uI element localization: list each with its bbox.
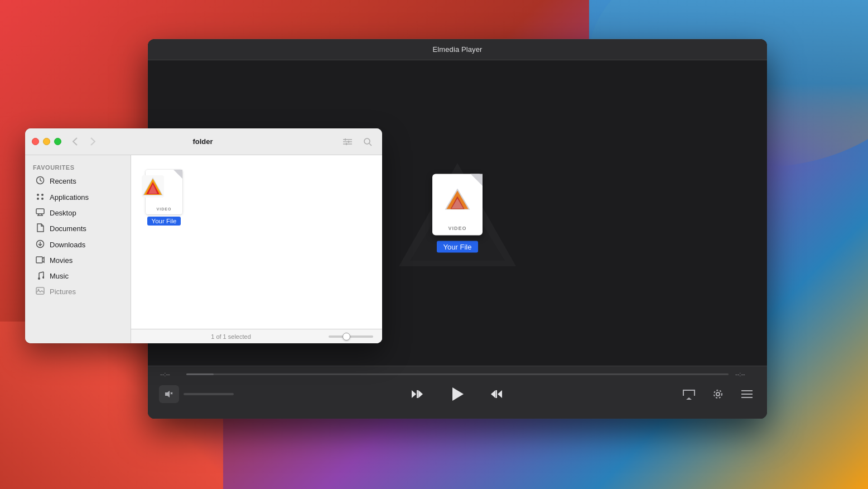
svg-line-30 — [369, 143, 372, 146]
playlist-button[interactable] — [738, 385, 756, 403]
file-card: VIDEO — [146, 170, 182, 214]
next-button[interactable] — [486, 383, 508, 405]
player-video-badge: VIDEO — [448, 225, 466, 231]
sidebar-label-music: Music — [50, 272, 69, 280]
finder-actions — [340, 134, 375, 150]
close-button[interactable] — [32, 138, 39, 145]
player-elmedia-logo — [442, 184, 473, 214]
sidebar-item-movies[interactable]: Movies — [27, 253, 128, 268]
play-button[interactable] — [446, 383, 468, 405]
sidebar-item-music[interactable]: Music — [27, 268, 128, 284]
svg-point-47 — [42, 276, 44, 279]
movies-icon — [35, 256, 45, 265]
documents-icon — [35, 223, 45, 234]
music-icon — [35, 271, 45, 281]
player-file-card: VIDEO — [432, 174, 483, 235]
finder-content-area: VIDEO Your File — [131, 155, 382, 329]
sidebar-item-pictures[interactable]: Pictures — [27, 284, 128, 299]
finder-window: folder Favo — [25, 128, 382, 343]
progress-fill — [186, 373, 214, 375]
volume-icon — [165, 390, 173, 398]
file-video-badge: VIDEO — [157, 207, 172, 211]
svg-rect-11 — [417, 390, 418, 398]
svg-marker-16 — [491, 390, 495, 398]
sidebar-item-recents[interactable]: Recents — [27, 173, 128, 189]
player-titlebar: Elmedia Player — [148, 39, 767, 60]
maximize-button[interactable] — [54, 138, 61, 145]
status-text: 1 of 1 selected — [140, 333, 322, 340]
sidebar-label-desktop: Desktop — [50, 209, 76, 217]
sidebar-label-pictures: Pictures — [50, 287, 76, 296]
icon-size-slider-container — [329, 335, 373, 338]
time-start: --:-- — [160, 371, 180, 377]
finder-status-bar: 1 of 1 selected — [131, 329, 382, 343]
svg-marker-12 — [418, 390, 423, 398]
slider-thumb — [343, 333, 350, 341]
player-controls: --:-- --:-- — [148, 366, 767, 419]
sidebar-label-downloads: Downloads — [50, 241, 85, 249]
downloads-icon — [35, 239, 45, 250]
file-elmedia-logo-small — [142, 175, 164, 198]
sidebar-item-downloads[interactable]: Downloads — [27, 237, 128, 253]
sidebar-label-movies: Movies — [50, 256, 73, 265]
player-file-label: Your File — [437, 241, 479, 252]
sidebar-label-documents: Documents — [50, 224, 86, 233]
volume-slider[interactable] — [184, 393, 234, 395]
recents-icon — [35, 176, 45, 186]
svg-marker-14 — [498, 390, 502, 398]
volume-button[interactable] — [159, 385, 179, 403]
right-controls — [680, 385, 756, 403]
svg-point-19 — [714, 390, 722, 398]
svg-point-29 — [364, 138, 370, 144]
finder-title: folder — [70, 137, 335, 146]
icon-size-slider[interactable] — [329, 335, 373, 338]
finder-main: VIDEO Your File 1 of 1 selected — [131, 155, 382, 343]
view-options-button[interactable] — [340, 134, 355, 150]
progress-track[interactable] — [186, 373, 729, 375]
svg-marker-17 — [686, 397, 692, 400]
sidebar-section-favourites: Favourites — [25, 161, 131, 173]
controls-row — [159, 383, 756, 405]
finder-titlebar: folder — [25, 128, 382, 155]
file-item-label: Your File — [147, 217, 181, 226]
svg-marker-10 — [412, 390, 416, 398]
airplay-button[interactable] — [680, 385, 698, 403]
svg-point-46 — [38, 277, 40, 280]
player-title: Elmedia Player — [433, 45, 483, 54]
prev-button[interactable] — [406, 383, 428, 405]
svg-point-34 — [37, 198, 39, 200]
sidebar-label-recents: Recents — [50, 177, 76, 185]
sidebar-item-desktop[interactable]: Desktop — [27, 205, 128, 220]
svg-point-33 — [41, 194, 44, 196]
applications-icon — [35, 192, 45, 203]
sidebar-item-documents[interactable]: Documents — [27, 220, 128, 237]
time-end: --:-- — [735, 371, 755, 377]
svg-line-44 — [39, 272, 44, 273]
svg-rect-15 — [496, 390, 498, 398]
svg-point-18 — [716, 392, 720, 396]
sidebar-label-applications: Applications — [50, 193, 89, 202]
finder-body: Favourites Recents — [25, 155, 382, 343]
progress-bar-area: --:-- --:-- — [159, 371, 756, 377]
player-file-icon: VIDEO Your File — [432, 174, 483, 252]
traffic-lights — [32, 138, 61, 145]
svg-point-35 — [41, 198, 44, 200]
sidebar-item-applications[interactable]: Applications — [27, 189, 128, 205]
volume-group — [159, 385, 234, 403]
search-button[interactable] — [360, 134, 375, 150]
desktop-icon — [35, 208, 45, 218]
svg-marker-7 — [165, 391, 170, 397]
settings-button[interactable] — [709, 385, 727, 403]
svg-rect-36 — [36, 209, 44, 214]
finder-sidebar: Favourites Recents — [25, 155, 131, 343]
svg-rect-42 — [36, 257, 42, 263]
svg-marker-13 — [452, 387, 464, 401]
pictures-icon — [35, 287, 45, 296]
minimize-button[interactable] — [43, 138, 50, 145]
playback-group — [406, 383, 508, 405]
file-item[interactable]: VIDEO Your File — [142, 166, 186, 229]
svg-point-32 — [37, 194, 39, 196]
